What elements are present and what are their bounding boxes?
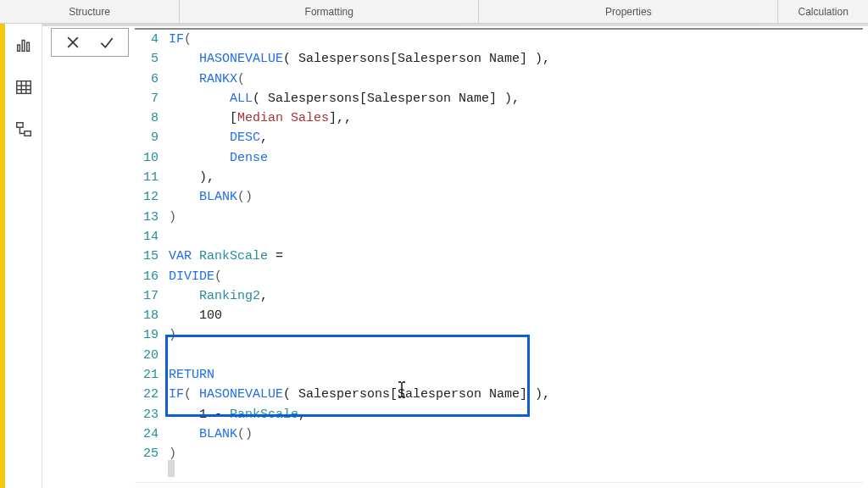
line-number: 10 [135, 148, 159, 168]
line-number: 9 [135, 128, 159, 147]
line-number: 4 [135, 30, 159, 49]
tab-label: Structure [69, 6, 110, 18]
report-view-icon[interactable] [14, 36, 33, 54]
code-line[interactable]: ) [169, 208, 863, 227]
code-line[interactable]: DIVIDE( [169, 267, 863, 286]
code-line[interactable]: ALL( Salespersons[Salesperson Name] ), [169, 89, 863, 108]
line-number: 14 [135, 227, 159, 247]
token: Ranking2 [199, 289, 260, 303]
commit-button[interactable] [97, 33, 116, 52]
token: RankScale [199, 249, 268, 263]
tab-formatting[interactable]: Formatting [180, 0, 479, 23]
svg-rect-1 [22, 41, 25, 52]
token: = [268, 249, 283, 263]
svg-rect-0 [17, 45, 19, 51]
token: HASONEVALUE [199, 387, 283, 402]
token: IF [169, 387, 184, 402]
svg-rect-2 [26, 42, 29, 51]
token: () [237, 427, 253, 441]
line-number: 16 [135, 267, 159, 286]
line-number: 15 [135, 247, 159, 266]
code-line[interactable]: Ranking2, [169, 286, 863, 306]
token: ( [214, 269, 222, 284]
token: Median Sales [237, 111, 329, 125]
report-pane-tabs: Structure Formatting Properties Calculat… [0, 0, 868, 24]
code-line[interactable]: HASONEVALUE( Salespersons[Salesperson Na… [169, 49, 863, 69]
code-line[interactable]: 100 [169, 306, 863, 325]
line-number: 22 [135, 385, 159, 404]
line-number: 18 [135, 306, 159, 325]
line-number: 7 [135, 89, 159, 108]
cancel-button[interactable] [64, 33, 82, 52]
tab-label: Formatting [305, 6, 353, 18]
code-area[interactable]: IF( HASONEVALUE( Salespersons[Salesperso… [165, 30, 863, 482]
token: BLANK [199, 190, 237, 204]
token: BLANK [199, 427, 237, 441]
token: ) [169, 446, 176, 461]
code-line[interactable]: IF( [169, 30, 863, 49]
token: ), [199, 170, 214, 185]
token: ( Salespersons[Salesperson Name] ), [283, 387, 550, 402]
token: [ [230, 111, 237, 125]
code-line[interactable]: VAR RankScale = [169, 247, 863, 266]
code-line[interactable]: Dense [169, 148, 863, 168]
data-view-icon[interactable] [14, 78, 33, 97]
token: ALL [230, 92, 253, 106]
tab-calculation[interactable]: Calculation [778, 0, 868, 23]
code-line[interactable]: ) [169, 325, 863, 345]
line-number: 12 [135, 187, 159, 207]
line-number: 13 [135, 208, 159, 227]
line-number-gutter: 45678910111213141516171819202122232425 [135, 30, 165, 482]
line-number: 19 [135, 325, 159, 345]
token: VAR [169, 249, 192, 263]
line-number: 20 [135, 346, 159, 365]
token: DIVIDE [169, 269, 214, 284]
dax-editor[interactable]: 45678910111213141516171819202122232425 I… [135, 28, 863, 483]
token: ( [184, 32, 192, 47]
token: , [260, 289, 268, 303]
code-line[interactable]: DESC, [169, 128, 863, 147]
token: ( Salespersons[Salesperson Name] ), [283, 52, 550, 66]
token: ( Salespersons[Salesperson Name] ), [253, 92, 520, 106]
tab-properties[interactable]: Properties [479, 0, 778, 23]
code-line[interactable]: IF( HASONEVALUE( Salespersons[Salesperso… [169, 385, 863, 404]
code-line[interactable] [169, 346, 863, 365]
code-line[interactable]: 1 - RankScale, [169, 405, 863, 424]
tab-structure[interactable]: Structure [0, 0, 180, 23]
line-number: 24 [135, 424, 159, 444]
svg-rect-9 [24, 131, 30, 136]
code-line[interactable]: ), [169, 168, 863, 187]
token: HASONEVALUE [199, 52, 283, 66]
formula-bar-controls [51, 28, 129, 57]
token: , [298, 408, 306, 422]
token: ) [169, 210, 176, 225]
tab-label: Calculation [798, 6, 848, 18]
code-line[interactable]: RANKX( [169, 69, 863, 89]
code-line[interactable] [169, 227, 863, 247]
svg-rect-8 [16, 123, 22, 128]
tab-label: Properties [605, 6, 652, 18]
line-number: 25 [135, 444, 159, 463]
token: 100 [199, 308, 222, 323]
token: () [237, 190, 253, 204]
code-line[interactable]: RETURN [169, 365, 863, 385]
token: ],, [329, 111, 352, 125]
line-number: 5 [135, 49, 159, 69]
line-number: 17 [135, 286, 159, 306]
code-line[interactable]: BLANK() [169, 424, 863, 444]
model-view-icon[interactable] [14, 120, 33, 139]
token: ( [184, 387, 199, 402]
token: 1 - [199, 408, 230, 422]
tab-divider [5, 24, 868, 26]
line-number: 8 [135, 108, 159, 128]
line-number: 6 [135, 69, 159, 89]
token: RETURN [169, 368, 214, 382]
token: ) [169, 328, 176, 342]
code-line[interactable]: [Median Sales],, [169, 108, 863, 128]
token: RankScale [230, 408, 298, 422]
svg-rect-3 [16, 81, 31, 94]
view-switcher-rail [5, 24, 42, 488]
token: ( [237, 72, 245, 86]
code-line[interactable]: BLANK() [169, 187, 863, 207]
code-line[interactable]: ) [169, 444, 863, 463]
